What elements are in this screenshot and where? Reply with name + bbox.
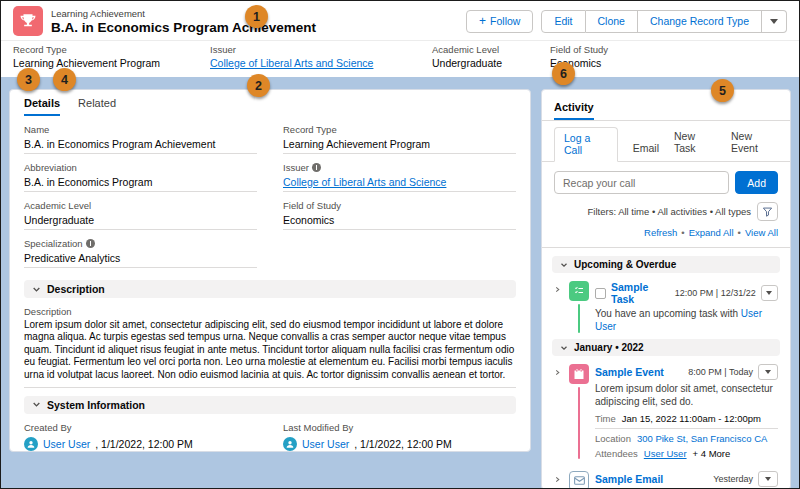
timeline-item-email: Sample Email Yesterday Lorem ipsum dolor…: [552, 465, 780, 489]
view-all-link[interactable]: View All: [745, 227, 778, 238]
expand-chevron-icon[interactable]: [552, 471, 563, 489]
activity-links: Refresh • Expand All • View All: [542, 221, 790, 248]
highlight-record-type: Record Type Learning Achievement Program: [13, 44, 210, 69]
location-link[interactable]: 300 Pike St, San Francisco CA: [637, 433, 767, 444]
email-icon: [569, 471, 589, 489]
upcoming-overdue-section-header[interactable]: Upcoming & Overdue: [552, 256, 780, 273]
chevron-down-icon: [765, 370, 771, 374]
follow-button[interactable]: + Follow: [466, 10, 533, 33]
chevron-down-icon: [560, 261, 568, 269]
expand-all-link[interactable]: Expand All: [689, 227, 734, 238]
system-information-section-header[interactable]: System Information: [24, 396, 516, 414]
last-modified-user-link[interactable]: User User: [302, 438, 349, 450]
tab-new-event[interactable]: New Event: [731, 130, 778, 161]
follow-label: Follow: [490, 15, 520, 27]
event-body: Lorem ipsum dolor sit amet, consectetur …: [595, 383, 778, 408]
description-section-header[interactable]: Description: [24, 280, 516, 298]
issuer-link[interactable]: College of Liberal Arts and Science: [283, 176, 446, 188]
task-menu-button[interactable]: [761, 285, 778, 301]
field-value: Undergraduate: [432, 57, 540, 69]
attendee-user-link[interactable]: User User: [644, 448, 687, 459]
filters-summary: Filters: All time • All activities • All…: [588, 206, 751, 217]
salesforce-record-page: Learning Achievement B.A. in Economics P…: [0, 0, 800, 489]
funnel-icon: [762, 206, 773, 217]
details-field-grid: Name B.A. in Economics Program Achieveme…: [24, 124, 516, 276]
record-titles: Learning Achievement B.A. in Economics P…: [51, 8, 316, 35]
record-header: Learning Achievement B.A. in Economics P…: [1, 1, 799, 77]
callout-badge-1: 1: [245, 5, 268, 28]
modified-date: , 1/1/2022, 12:00 PM: [354, 438, 451, 450]
refresh-link[interactable]: Refresh: [644, 227, 677, 238]
tab-related[interactable]: Related: [78, 97, 116, 116]
activity-action-tabs: Log a Call Email New Task New Event: [542, 121, 790, 162]
timeline-rail: [569, 471, 589, 489]
timeline-rail: [569, 281, 589, 333]
event-title-link[interactable]: Sample Event: [595, 366, 664, 378]
filter-button[interactable]: [757, 202, 778, 221]
tab-email[interactable]: Email: [633, 142, 659, 161]
chevron-down-icon: [770, 19, 778, 24]
field-description: Description Lorem ipsum dolor sit amet, …: [24, 306, 516, 388]
email-timestamp: Yesterday: [713, 474, 753, 484]
expand-chevron-icon[interactable]: [552, 281, 563, 333]
field-last-modified-by: Last Modified By User User , 1/1/2022, 1…: [283, 422, 516, 452]
event-icon: [569, 364, 589, 384]
field-label: Record Type: [13, 44, 200, 55]
tab-details[interactable]: Details: [24, 97, 60, 116]
task-icon: [569, 281, 589, 301]
attendees-more[interactable]: + 4 More: [693, 448, 731, 459]
avatar: [24, 437, 38, 451]
issuer-link[interactable]: College of Liberal Arts and Science: [210, 57, 373, 69]
january-2022-section-header[interactable]: January • 2022: [552, 339, 780, 356]
email-menu-button[interactable]: [758, 471, 778, 487]
more-actions-button[interactable]: [762, 10, 787, 33]
email-title-link[interactable]: Sample Email: [595, 473, 663, 485]
callout-badge-2: 2: [247, 74, 270, 97]
field-label: Field of Study: [550, 44, 608, 55]
change-record-type-button[interactable]: Change Record Type: [638, 10, 762, 33]
tab-activity[interactable]: Activity: [554, 101, 594, 120]
info-icon[interactable]: [312, 163, 321, 172]
timeline-connector: [578, 387, 580, 458]
activity-timeline: Upcoming & Overdue: [542, 248, 790, 489]
event-attendees-row: Attendees User User + 4 More: [595, 448, 778, 459]
task-checkbox[interactable]: [595, 288, 606, 299]
add-button[interactable]: Add: [735, 171, 778, 194]
tab-new-task[interactable]: New Task: [674, 130, 716, 161]
timeline-item-event: Sample Event 8:00 PM | Today Lorem ipsum…: [552, 358, 780, 464]
chevron-down-icon: [766, 291, 772, 295]
activity-panel: Activity Log a Call Email New Task New E…: [541, 89, 791, 489]
field-abbreviation: Abbreviation B.A. in Economics Program: [24, 162, 257, 192]
field-field-of-study: Field of Study Economics: [283, 200, 516, 230]
field-empty: [283, 238, 516, 268]
page-title: B.A. in Economics Program Achievement: [51, 20, 316, 35]
plus-icon: +: [479, 15, 486, 27]
field-academic-level: Academic Level Undergraduate: [24, 200, 257, 230]
chevron-down-icon: [32, 400, 41, 409]
callout-badge-4: 4: [53, 68, 76, 91]
field-name: Name B.A. in Economics Program Achieveme…: [24, 124, 257, 154]
created-by-user-link[interactable]: User User: [43, 438, 90, 450]
call-composer: Add: [542, 162, 790, 194]
activity-tabbar: Activity: [542, 90, 790, 121]
callout-badge-6: 6: [552, 62, 575, 85]
field-record-type: Record Type Learning Achievement Program: [283, 124, 516, 154]
description-text: Lorem ipsum dolor sit amet, consectetur …: [24, 319, 516, 388]
callout-badge-5: 5: [711, 79, 734, 102]
chevron-down-icon: [765, 477, 771, 481]
task-title-link[interactable]: Sample Task: [611, 281, 665, 305]
info-icon[interactable]: [86, 239, 95, 248]
event-timestamp: 8:00 PM | Today: [688, 367, 753, 377]
callout-badge-3: 3: [17, 68, 40, 91]
recap-call-input[interactable]: [554, 171, 729, 194]
details-body: Name B.A. in Economics Program Achieveme…: [10, 116, 530, 452]
edit-button[interactable]: Edit: [541, 10, 585, 33]
record-header-top: Learning Achievement B.A. in Economics P…: [1, 1, 799, 41]
expand-chevron-icon[interactable]: [552, 364, 563, 458]
highlight-issuer: Issuer College of Liberal Arts and Scien…: [210, 44, 432, 69]
tab-log-a-call[interactable]: Log a Call: [554, 127, 618, 162]
details-tabbar: Details Related: [10, 90, 530, 116]
clone-button[interactable]: Clone: [586, 10, 638, 33]
event-menu-button[interactable]: [758, 364, 778, 380]
system-info-grid: Created By User User , 1/1/2022, 12:00 P…: [24, 422, 516, 452]
